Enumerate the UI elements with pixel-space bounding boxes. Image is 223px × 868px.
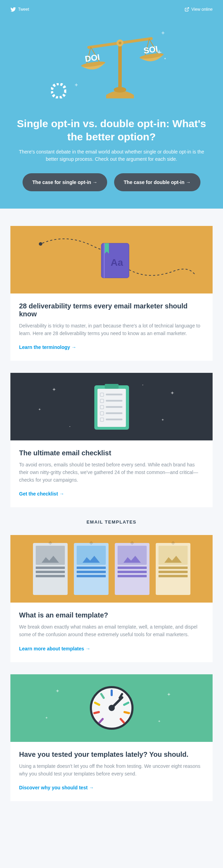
get-checklist-link[interactable]: Get the checklist → bbox=[19, 491, 64, 497]
svg-rect-26 bbox=[106, 400, 122, 402]
soi-label: SOI bbox=[143, 44, 158, 55]
card-body-text: Deliverability is tricky to master, in p… bbox=[19, 322, 204, 337]
card-illustration-checklist: ✦ ✦ ✦ ✦ • • bbox=[10, 373, 213, 440]
card-title: What is an email template? bbox=[19, 611, 204, 619]
twitter-icon bbox=[10, 7, 16, 12]
double-optin-button[interactable]: The case for double opt-in → bbox=[114, 173, 200, 191]
svg-rect-28 bbox=[106, 406, 122, 408]
card-test-templates: ✦ ✦ ✦ ✦ bbox=[10, 674, 213, 801]
card-email-checklist: ✦ ✦ ✦ ✦ • • bbox=[10, 373, 213, 507]
card-illustration-gauge: ✦ ✦ ✦ ✦ bbox=[10, 674, 213, 742]
svg-point-14 bbox=[39, 242, 42, 246]
view-online-link[interactable]: View online bbox=[185, 7, 213, 12]
svg-line-40 bbox=[94, 712, 99, 713]
learn-templates-link[interactable]: Learn more about templates → bbox=[19, 646, 90, 651]
svg-text:Aa: Aa bbox=[111, 257, 123, 268]
tweet-link[interactable]: Tweet bbox=[10, 7, 29, 12]
card-title: 28 deliverability terms every email mark… bbox=[19, 302, 204, 318]
card-illustration-templates bbox=[10, 535, 213, 603]
card-body-text: To avoid errors, emails should be tested… bbox=[19, 461, 204, 484]
svg-point-4 bbox=[114, 87, 126, 93]
section-label-templates: EMAIL TEMPLATES bbox=[10, 519, 213, 525]
card-deliverability-terms: Aa 28 deliverability terms every email m… bbox=[10, 226, 213, 361]
svg-rect-32 bbox=[106, 419, 122, 420]
card-title: Have you tested your templates lately? Y… bbox=[19, 751, 204, 759]
learn-terminology-link[interactable]: Learn the terminology → bbox=[19, 344, 76, 350]
tweet-label: Tweet bbox=[18, 7, 29, 12]
svg-point-0 bbox=[52, 84, 66, 98]
hero-title: Single opt-in vs. double opt-in: What's … bbox=[10, 117, 213, 143]
svg-rect-18 bbox=[104, 243, 105, 278]
card-title: The ultimate email checklist bbox=[19, 449, 204, 457]
topbar: Tweet View online bbox=[10, 7, 213, 12]
card-what-is-template: What is an email template? We break down… bbox=[10, 535, 213, 662]
hero-subtitle: There's constant debate in the email wor… bbox=[10, 148, 213, 163]
svg-rect-3 bbox=[118, 41, 122, 90]
card-body-text: We break down exactly what makes an emai… bbox=[19, 623, 204, 638]
card-illustration-book: Aa bbox=[10, 226, 213, 293]
discover-test-link[interactable]: Discover why you should test → bbox=[19, 785, 94, 790]
svg-rect-30 bbox=[106, 412, 122, 414]
svg-line-37 bbox=[125, 712, 129, 713]
hero-section: Tweet View online bbox=[0, 0, 223, 209]
hero-buttons: The case for single opt-in → The case fo… bbox=[10, 173, 213, 191]
articles-section: Aa 28 deliverability terms every email m… bbox=[0, 209, 223, 820]
scales-illustration: DOI SOI bbox=[68, 26, 172, 102]
brand-logo-icon bbox=[51, 83, 66, 98]
svg-rect-24 bbox=[106, 394, 122, 395]
svg-point-1 bbox=[164, 58, 166, 59]
view-online-label: View online bbox=[191, 7, 213, 12]
card-body-text: Using a template doesn't let you off the… bbox=[19, 763, 204, 778]
svg-rect-22 bbox=[105, 384, 119, 389]
single-optin-button[interactable]: The case for single opt-in → bbox=[23, 173, 107, 191]
external-link-icon bbox=[185, 7, 189, 12]
